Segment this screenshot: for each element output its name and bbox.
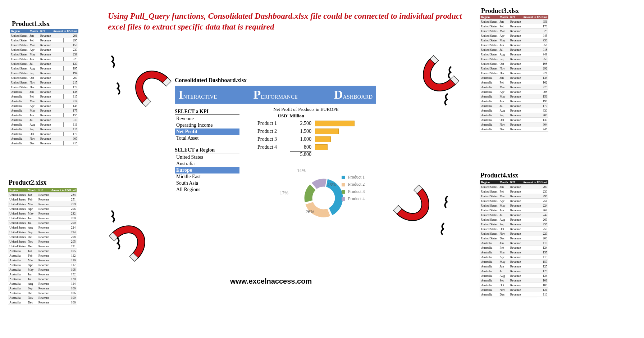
- mini-sheet-product3: RegionMonthKPIAmount in USD milUnited St…: [480, 15, 537, 132]
- donut-chart: [273, 162, 388, 234]
- kpi-header: SELECT a KPI: [175, 109, 239, 115]
- region-item[interactable]: All Regions: [175, 186, 239, 193]
- legend-item: Product 1: [342, 175, 365, 180]
- chart-unit: USD' Million: [257, 113, 355, 119]
- pct-label-1: 43%: [327, 182, 336, 188]
- bar-total: 5,800: [290, 151, 311, 157]
- region-list: United StatesAustraliaEuropeMiddle EastS…: [175, 154, 239, 193]
- legend-item: Product 2: [342, 182, 365, 187]
- file-label-product2: Product2.xlsx: [9, 179, 46, 186]
- region-item[interactable]: United States: [175, 154, 239, 161]
- mini-sheet-product4: RegionMonthKPIAmount in USD milUnited St…: [480, 180, 537, 297]
- banner-word-2: Performance: [254, 88, 298, 102]
- magnet-icon: [392, 50, 464, 122]
- legend-item: Product 3: [342, 189, 365, 194]
- bar-chart: Product 12,500Product 21,500Product 31,0…: [257, 120, 355, 151]
- site-url: www.excelnaccess.com: [230, 277, 312, 285]
- magnet-icon: [388, 180, 460, 252]
- banner-word-3: Dashboard: [334, 88, 373, 102]
- pct-label-4: 14%: [297, 168, 306, 173]
- kpi-item[interactable]: Revenue: [175, 116, 239, 122]
- magnet-icon: [104, 194, 176, 266]
- file-label-product1: Product1.xlsx: [12, 20, 50, 28]
- kpi-list: RevenueOperating IncomeNet ProfitTotal A…: [175, 116, 239, 141]
- pct-label-3: 17%: [280, 190, 288, 196]
- bar-row: Product 31,000: [257, 135, 355, 143]
- region-header: SELECT a Region: [175, 147, 239, 153]
- kpi-item[interactable]: Operating Income: [175, 122, 239, 129]
- banner-word-1: Interactive: [178, 88, 217, 102]
- headline-text: Using Pull_Query functions, Consolidated…: [108, 11, 467, 32]
- dashboard-banner: Interactive Performance Dashboard: [175, 86, 376, 104]
- chart-title: Net Profit of Products in EUROPE: [257, 107, 355, 112]
- bar-row: Product 4800: [257, 143, 355, 151]
- legend-item: Product 4: [342, 196, 365, 202]
- bar-row: Product 12,500: [257, 120, 355, 127]
- region-item[interactable]: Europe: [175, 167, 239, 173]
- bar-row: Product 21,500: [257, 127, 355, 135]
- kpi-item[interactable]: Net Profit: [175, 129, 239, 135]
- file-label-product3: Product3.xlsx: [481, 7, 519, 15]
- region-item[interactable]: South Asia: [175, 180, 239, 186]
- kpi-item[interactable]: Total Asset: [175, 135, 239, 141]
- region-item[interactable]: Middle East: [175, 173, 239, 180]
- dashboard-filename: Consolidated Dashboard.xlsx: [175, 77, 247, 84]
- donut-legend: Product 1Product 2Product 3Product 4: [342, 173, 365, 203]
- pct-label-2: 26%: [306, 209, 314, 215]
- region-item[interactable]: Australia: [175, 161, 239, 167]
- mini-sheet-product1: RegionMonthKPIAmount in USD milUnited St…: [10, 29, 64, 146]
- mini-sheet-product2: RegionMonthKPIAmount in USD milUnited St…: [8, 188, 63, 305]
- file-label-product4: Product4.xlsx: [480, 172, 518, 179]
- magnet-icon: [104, 40, 176, 112]
